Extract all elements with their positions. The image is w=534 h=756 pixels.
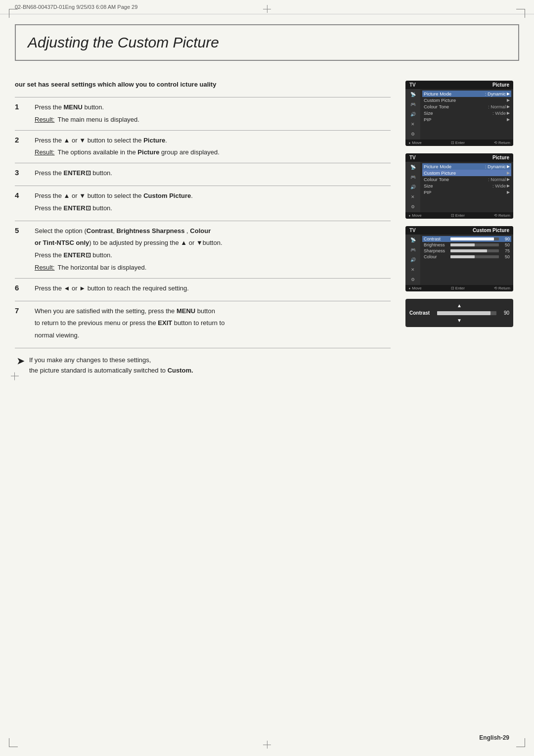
- footer-move-3: ⬧ Move: [408, 286, 422, 290]
- tv-panel-3: TV Custom Picture 📡 🎮 🔊 ✕ ⚙ Contrast: [405, 226, 513, 291]
- step-content-5: Select the option (Contrast, Brightness …: [35, 221, 391, 278]
- slider-fill-contrast: [450, 237, 494, 240]
- result-label: Result:: [35, 147, 54, 158]
- slider-fill-sharpness: [450, 249, 487, 252]
- panel3-body: 📡 🎮 🔊 ✕ ⚙ Contrast 90: [405, 235, 513, 285]
- icon-setup-1: ⚙: [408, 131, 418, 138]
- menu2-row-pip: PIP ▶: [422, 189, 511, 195]
- panel3-sliders: Contrast 90 Brightness 50: [420, 235, 513, 285]
- footer-enter-2: ⊡ Enter: [451, 213, 465, 218]
- table-row: 4 Press the ▲ or ▼ button to select the …: [15, 186, 391, 221]
- step-num-5: 5: [15, 221, 35, 278]
- menu2-row-custom-picture: Custom Picture ▶: [422, 170, 511, 176]
- table-row: 2 Press the ▲ or ▼ button to select the …: [15, 130, 391, 163]
- page-footer: English-29: [479, 734, 509, 741]
- step-content-4: Press the ▲ or ▼ button to select the Cu…: [35, 186, 391, 221]
- icon-x-2: ✕: [408, 193, 418, 200]
- slider-fill-brightness: [450, 243, 475, 246]
- icon-x-1: ✕: [408, 121, 418, 128]
- step-num-7: 7: [15, 301, 35, 348]
- icon-remote-2: 🎮: [408, 174, 418, 181]
- result-text-2: The options available in the Picture gro…: [57, 147, 219, 158]
- crosshair-top: [263, 5, 271, 9]
- menu2-row-colour-tone: Colour Tone : Normal ▶: [422, 176, 511, 183]
- panel2-section-label: Picture: [492, 155, 509, 160]
- intro-text: our set has seeral settings which allow …: [15, 81, 391, 88]
- contrast-bar-title: ▲ Contrast 90 ▼: [409, 303, 509, 323]
- note-arrow-icon: ➤: [17, 354, 24, 369]
- contrast-up-arrow: ▲: [457, 303, 462, 308]
- icon-antenna: 📡: [408, 91, 418, 98]
- step-num-3: 3: [15, 163, 35, 186]
- corner-mark-tr: [516, 9, 525, 18]
- icon-setup-2: ⚙: [408, 203, 418, 210]
- header-text: 02-BN68-00437D-01Eng 9/25/03 6:08 AM Pag…: [15, 4, 137, 10]
- panel3-icons: 📡 🎮 🔊 ✕ ⚙: [405, 235, 420, 285]
- step-num-6: 6: [15, 278, 35, 301]
- footer-enter-1: ⊡ Enter: [451, 141, 465, 145]
- menu-row-pip: PIP ▶: [422, 116, 511, 123]
- slider-sharpness: Sharpness 75: [422, 248, 511, 254]
- panel2-tv-label: TV: [409, 155, 416, 160]
- footer-enter-3: ⊡ Enter: [451, 286, 465, 290]
- slider-track-colour: [450, 255, 499, 258]
- panel3-header: TV Custom Picture: [405, 226, 513, 235]
- icon-remote-3: 🎮: [408, 246, 418, 253]
- step-content-7: When you are satisfied with the setting,…: [35, 301, 391, 348]
- panel3-tv-label: TV: [409, 228, 416, 233]
- steps-table: 1 Press the MENU button. Result: The mai…: [15, 97, 391, 348]
- panel1-footer: ⬧ Move ⊡ Enter ⟲ Return: [405, 140, 513, 146]
- panel2-menu: Picture Mode : Dynamic ▶ Custom Picture …: [420, 162, 513, 212]
- table-row: 3 Press the ENTER⊡ button.: [15, 163, 391, 186]
- note-text: If you make any changes to these setting…: [29, 355, 193, 376]
- contrast-bar-value: 90: [499, 310, 509, 316]
- icon-sound-3: 🔊: [408, 256, 418, 263]
- left-column: our set has seeral settings which allow …: [15, 71, 396, 376]
- step-num-4: 4: [15, 186, 35, 221]
- menu-row-colour-tone: Colour Tone : Normal ▶: [422, 103, 511, 110]
- tv-panel-2: TV Picture 📡 🎮 🔊 ✕ ⚙ Picture Mode :: [405, 153, 513, 219]
- menu2-row-picture-mode: Picture Mode : Dynamic ▶: [422, 163, 511, 170]
- panel1-header: TV Picture: [405, 81, 513, 89]
- contrast-bar-fill: [437, 311, 490, 315]
- tv-panel-1: TV Picture 📡 🎮 🔊 ✕ ⚙ Picture Mode :: [405, 81, 513, 146]
- panel2-footer: ⬧ Move ⊡ Enter ⟲ Return: [405, 212, 513, 219]
- panel1-body: 📡 🎮 🔊 ✕ ⚙ Picture Mode : Dynamic ▶ Custo…: [405, 89, 513, 140]
- panel1-menu: Picture Mode : Dynamic ▶ Custom Picture …: [420, 89, 513, 140]
- corner-mark-br: [516, 738, 525, 747]
- panel2-header: TV Picture: [405, 153, 513, 162]
- menu-row-picture-mode: Picture Mode : Dynamic ▶: [422, 91, 511, 97]
- slider-brightness: Brightness 50: [422, 242, 511, 248]
- slider-track-sharpness: [450, 249, 499, 252]
- result-label: Result:: [35, 263, 54, 273]
- step-content-1: Press the MENU button. Result: The main …: [35, 97, 391, 131]
- icon-antenna-3: 📡: [408, 236, 418, 243]
- slider-colour: Colour 50: [422, 254, 511, 260]
- step-num-2: 2: [15, 130, 35, 163]
- icon-antenna-2: 📡: [408, 164, 418, 171]
- menu-row-custom-picture: Custom Picture ▶: [422, 97, 511, 103]
- result-label: Result:: [35, 115, 54, 125]
- panel1-tv-label: TV: [409, 82, 416, 88]
- right-column: TV Picture 📡 🎮 🔊 ✕ ⚙ Picture Mode :: [405, 71, 519, 376]
- contrast-bar-track: [437, 311, 496, 315]
- corner-mark-tl: [9, 9, 18, 18]
- note-section: ➤ If you make any changes to these setti…: [15, 355, 391, 376]
- corner-mark-bl: [9, 738, 18, 747]
- icon-sound-1: 🔊: [408, 111, 418, 118]
- title-box: Adjusting the Custom Picture: [15, 24, 519, 61]
- footer-return-2: ⟲ Return: [494, 213, 510, 218]
- table-row: 1 Press the MENU button. Result: The mai…: [15, 97, 391, 131]
- menu2-row-size: Size : Wide ▶: [422, 183, 511, 189]
- table-row: 7 When you are satisfied with the settin…: [15, 301, 391, 348]
- icon-sound-2: 🔊: [408, 184, 418, 190]
- footer-move-2: ⬧ Move: [408, 213, 422, 218]
- table-row: 6 Press the ◄ or ► button to reach the r…: [15, 278, 391, 301]
- table-row: 5 Select the option (Contrast, Brightnes…: [15, 221, 391, 278]
- crosshair-bottom: [263, 741, 271, 745]
- result-text-1: The main menu is displayed.: [57, 115, 139, 125]
- footer-return-3: ⟲ Return: [494, 286, 510, 290]
- footer-return-1: ⟲ Return: [494, 141, 510, 145]
- step-content-6: Press the ◄ or ► button to reach the req…: [35, 278, 391, 301]
- page-title: Adjusting the Custom Picture: [28, 34, 506, 51]
